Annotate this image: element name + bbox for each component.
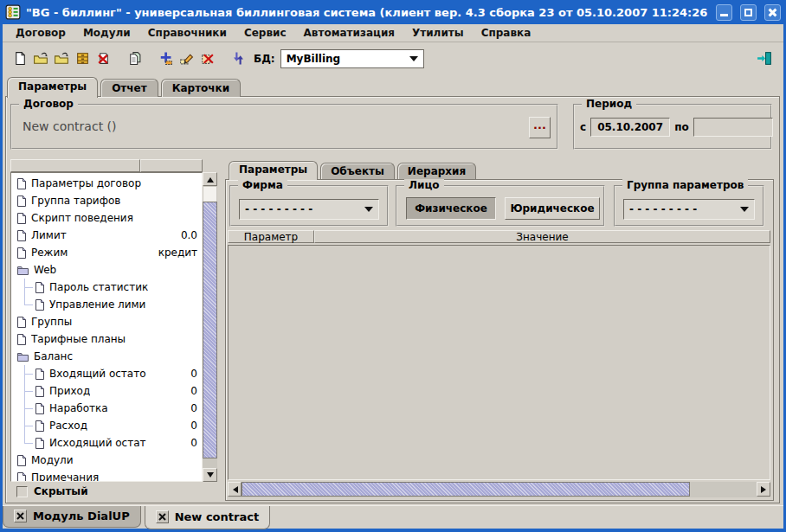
window-title: "BG - биллинг" - универсальная биллингов…: [26, 6, 708, 19]
tree-row[interactable]: Скрипт поведения: [11, 209, 202, 227]
menu-help[interactable]: Справка: [473, 25, 540, 41]
period-from-label: с: [580, 121, 586, 133]
hidden-checkbox[interactable]: [16, 486, 28, 497]
tab-new-contract[interactable]: New contract: [145, 506, 270, 529]
tree-row[interactable]: Модули: [11, 452, 202, 469]
exit-icon[interactable]: [754, 48, 775, 69]
delete-item-icon[interactable]: [196, 48, 217, 69]
document-icon: [35, 437, 45, 450]
tab-right-parameters[interactable]: Параметры: [229, 161, 318, 180]
menu-contract[interactable]: Договор: [7, 25, 74, 41]
tree-row[interactable]: Расход0: [11, 417, 202, 434]
contract-parameters-tree: Параметры договор Группа тарифов Скрипт …: [10, 172, 203, 482]
db-label: БД:: [254, 53, 275, 65]
scrollbar-thumb[interactable]: [203, 202, 217, 458]
tree-row[interactable]: Тарифные планы: [11, 330, 202, 348]
tab-module-dialup[interactable]: Модуль DialUP: [3, 506, 141, 528]
scroll-left-icon[interactable]: [228, 482, 242, 497]
tree-row[interactable]: Группа тарифов: [11, 192, 202, 209]
legal-person-button[interactable]: Юридическое: [505, 197, 600, 220]
tab-cards[interactable]: Карточки: [161, 79, 242, 97]
document-icon: [16, 316, 27, 329]
open-contract-icon[interactable]: [30, 48, 51, 69]
menu-utilities[interactable]: Утилиты: [403, 25, 473, 41]
bottom-tab-bar: Модуль DialUP New contract: [3, 505, 783, 529]
close-icon[interactable]: [156, 510, 169, 523]
tree-row[interactable]: Наработка0: [11, 400, 202, 417]
document-icon: [16, 333, 27, 346]
hidden-checkbox-row: Скрытый: [16, 485, 88, 497]
scroll-down-icon[interactable]: [203, 468, 217, 482]
parameter-group-select-value: - - - - - - - - -: [629, 203, 740, 215]
document-icon: [16, 212, 27, 225]
scroll-right-icon[interactable]: [757, 482, 770, 497]
tree-row[interactable]: Группы: [11, 313, 202, 330]
maximize-button[interactable]: [740, 4, 757, 21]
menu-bar: Договор Модули Справочники Сервис Автома…: [3, 24, 783, 42]
tree-row[interactable]: Приход0: [11, 382, 202, 400]
edit-item-icon[interactable]: [176, 48, 196, 69]
period-to-label: по: [674, 121, 689, 133]
parameter-group-select[interactable]: - - - - - - - - -: [623, 199, 755, 220]
tree-vertical-scrollbar[interactable]: [203, 172, 217, 482]
column-value: Значение: [314, 230, 770, 243]
tree-row[interactable]: Параметры договор: [11, 175, 202, 192]
menu-service[interactable]: Сервис: [235, 25, 295, 41]
table-horizontal-scrollbar[interactable]: [228, 482, 770, 497]
document-icon: [35, 420, 45, 433]
tree-row[interactable]: Исходящий остат0: [11, 434, 202, 452]
firm-group-title: Фирма: [238, 179, 287, 191]
tree-row[interactable]: Режимкредит: [11, 244, 202, 261]
hidden-checkbox-label: Скрытый: [34, 485, 88, 497]
new-document-icon[interactable]: [10, 48, 30, 69]
document-icon: [35, 385, 45, 398]
db-select-value: MyBilling: [287, 53, 409, 65]
scrollbar-thumb[interactable]: [242, 482, 690, 497]
scroll-up-icon[interactable]: [203, 172, 217, 186]
close-button[interactable]: [764, 4, 781, 21]
menu-modules[interactable]: Модули: [74, 25, 139, 41]
refresh-icon[interactable]: [228, 48, 248, 69]
document-icon: [35, 402, 45, 415]
tree-row[interactable]: Лимит0.0: [11, 227, 202, 244]
tab-right-objects[interactable]: Объекты: [320, 163, 395, 179]
document-icon: [16, 247, 27, 260]
period-groupbox: Период с 05.10.2007 по: [573, 104, 772, 150]
tree-column-headers: [10, 159, 203, 172]
tree-header-cell-2: [140, 159, 203, 172]
person-groupbox: Лицо Физическое Юридическое: [396, 185, 605, 227]
tab-report[interactable]: Отчет: [100, 79, 158, 97]
right-tab-strip: Параметры Объекты Иерархия: [229, 161, 479, 180]
menu-automation[interactable]: Автоматизация: [295, 25, 403, 41]
physical-person-button[interactable]: Физическое: [406, 197, 496, 220]
tree-row[interactable]: Web: [11, 261, 202, 279]
period-to-field[interactable]: [693, 118, 773, 137]
tree-row[interactable]: Пароль статистик: [11, 279, 202, 296]
archive-icon[interactable]: [72, 48, 93, 69]
add-item-icon[interactable]: [155, 48, 176, 69]
menu-directories[interactable]: Справочники: [139, 25, 235, 41]
tree-row[interactable]: Баланс: [11, 348, 202, 365]
delete-document-icon[interactable]: [93, 48, 113, 69]
parameter-group-title: Группа параметров: [622, 179, 748, 191]
copy-document-icon[interactable]: [124, 48, 145, 69]
period-from-field[interactable]: 05.10.2007: [590, 118, 670, 137]
close-icon[interactable]: [14, 510, 27, 522]
db-select[interactable]: MyBilling: [280, 49, 424, 68]
tab-right-hierarchy[interactable]: Иерархия: [397, 163, 476, 179]
tree-row[interactable]: Входящий остато0: [11, 365, 202, 382]
chevron-down-icon: [409, 56, 418, 66]
contract-name: New contract (): [23, 119, 117, 133]
parameter-table-body: [228, 245, 770, 480]
tab-parameters[interactable]: Параметры: [7, 77, 98, 98]
minimize-button[interactable]: [716, 4, 732, 21]
period-group-title: Период: [582, 98, 636, 110]
firm-select-value: - - - - - - - - -: [245, 203, 364, 215]
document-icon: [16, 177, 27, 190]
contract-browse-button[interactable]: ...: [529, 117, 551, 138]
open-module-icon[interactable]: [51, 48, 72, 69]
firm-select[interactable]: - - - - - - - - -: [239, 199, 379, 220]
tree-row[interactable]: Управление лими: [11, 296, 202, 313]
document-icon: [16, 454, 27, 467]
tree-row[interactable]: Примечания: [11, 469, 202, 482]
